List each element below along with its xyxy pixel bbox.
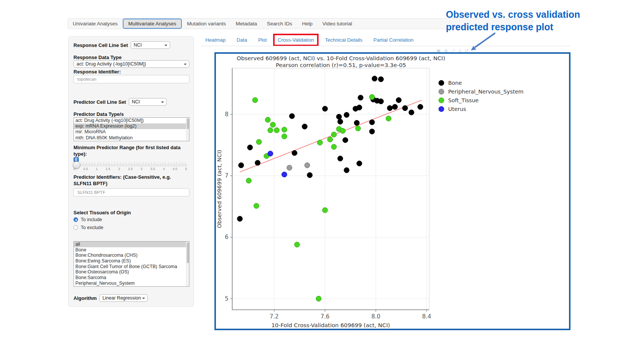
data-point-soft_tissue	[282, 127, 287, 132]
data-point-bone	[292, 150, 297, 156]
data-point-bone	[338, 119, 343, 124]
legend-item-soft_tissue[interactable]: Soft_Tissue	[439, 97, 479, 103]
radio-option-to-include[interactable]: To include	[73, 217, 189, 222]
tab-partial-correlation[interactable]: Partial Correlation	[373, 36, 414, 44]
legend-item-uterus[interactable]: Uterus	[439, 106, 466, 112]
data-point-soft_tissue	[317, 140, 322, 145]
slider-tick-labels: 00.511.522.533.544.55	[73, 167, 187, 171]
algorithm-select[interactable]: Linear Regression	[99, 294, 148, 302]
response-cell-line-set-row: Response Cell Line Set NCI	[73, 41, 189, 49]
radio-label: To exclude	[81, 225, 103, 230]
slider-tick-label: 0.5	[83, 167, 88, 171]
slider-tick-label: 0	[73, 167, 75, 171]
list-item[interactable]: Bone:Ewing Sarcoma (ES)	[74, 258, 189, 264]
data-point-bone	[387, 106, 392, 111]
data-point-bone	[344, 167, 349, 173]
tab-cross-validation[interactable]: Cross-Validation	[277, 36, 315, 44]
nav-tab-video-tutorial[interactable]: Video tutorial	[317, 19, 357, 29]
predictor-identifiers-input[interactable]: SLFN11 BPTF	[73, 188, 189, 197]
data-point-uterus	[268, 151, 273, 156]
tab-data[interactable]: Data	[236, 36, 248, 44]
data-point-soft_tissue	[327, 137, 333, 142]
scrollbar[interactable]	[186, 242, 189, 286]
predictor-data-types-listbox[interactable]: act: Drug Activity (-log10[IC50M])exp: m…	[73, 117, 189, 141]
list-item[interactable]: Bone:Chondrosarcoma (CHS)	[74, 253, 189, 258]
tissue-listbox[interactable]: allBoneBone:Chondrosarcoma (CHS)Bone:Ewi…	[73, 241, 189, 287]
list-item[interactable]: mir: MicroRNA	[74, 129, 189, 135]
scrollbar[interactable]	[186, 118, 189, 141]
data-point-soft_tissue	[256, 139, 261, 145]
data-point-soft_tissue	[270, 122, 275, 127]
response-cell-line-set-select[interactable]: NCI	[131, 41, 170, 49]
list-item[interactable]: mth: DNA 850K Methylation	[74, 135, 189, 141]
data-point-bone	[247, 145, 253, 150]
data-point-bone	[354, 120, 360, 125]
list-item[interactable]: act: Drug Activity (-log10[IC50M])	[74, 118, 189, 123]
x-tick-label: 8.0	[371, 313, 380, 320]
list-item[interactable]: Bone:Sarcoma	[74, 275, 189, 281]
algorithm-label: Algorithm	[73, 295, 97, 301]
list-item[interactable]: Bone:Osteosarcoma (OS)	[74, 269, 189, 275]
chart-title: Observed 609699 (act, NCI) vs. 10-Fold C…	[237, 55, 445, 61]
legend-item-bone[interactable]: Bone	[439, 80, 462, 86]
highlight-red-frame	[273, 34, 319, 46]
data-point-bone	[338, 156, 343, 161]
data-point-bone	[396, 97, 401, 103]
data-point-bone	[358, 95, 363, 100]
data-point-soft_tissue	[331, 132, 336, 137]
response-data-type-label: Response Data Type	[73, 54, 189, 61]
tab-plot[interactable]: Plot	[257, 36, 267, 44]
annotation-line2: predicted response plot	[446, 21, 580, 33]
list-item[interactable]: Peripheral_Nervous_System	[74, 281, 189, 286]
nav-tab-search-ids[interactable]: Search IDs	[262, 19, 297, 29]
slider-track[interactable]	[73, 164, 187, 166]
data-point-soft_tissue	[254, 203, 259, 209]
data-point-soft_tissue	[369, 94, 375, 100]
radio-button[interactable]	[73, 225, 78, 230]
tab-technical-details[interactable]: Technical Details	[324, 36, 363, 44]
nav-tab-multivariate-analyses[interactable]: Multivariate Analyses	[123, 19, 182, 29]
chart-subtitle: Pearson correlation (r)=0.51, p-value=3.…	[276, 62, 406, 68]
data-point-bone	[378, 76, 384, 82]
data-point-bone	[378, 99, 384, 104]
slider-tick-label: 5	[185, 167, 187, 171]
list-item[interactable]: exp: mRNA Expression (log2)	[74, 123, 189, 129]
regression-line	[240, 100, 422, 172]
response-data-type-select[interactable]: act: Drug Activity (-log10[IC50M])	[73, 60, 189, 68]
data-point-bone	[238, 162, 244, 168]
data-point-soft_tissue	[294, 242, 300, 247]
sidebar-panel: Response Cell Line Set NCI Response Data…	[68, 36, 194, 307]
y-tick-label: 5	[225, 295, 228, 302]
slider-ticks	[75, 162, 186, 164]
data-point-bone	[289, 114, 295, 119]
legend-item-peripheral_nervous_system[interactable]: Peripheral_Nervous_System	[439, 89, 524, 95]
list-item[interactable]: all	[74, 242, 189, 247]
data-point-bone	[418, 104, 423, 109]
data-point-soft_tissue	[282, 134, 287, 139]
nav-tab-univariate-analyses[interactable]: Univariate Analyses	[68, 19, 123, 29]
slider-tick-label: 2.5	[128, 167, 133, 171]
data-point-soft_tissue	[322, 208, 328, 213]
list-item[interactable]: Bone:Giant Cell Tumor of Bone (GCTB) Sar…	[74, 264, 189, 270]
tabs-separator	[201, 46, 571, 46]
plot-border	[232, 68, 429, 310]
y-tick-label: 8	[225, 111, 228, 118]
nav-tab-metadata[interactable]: Metadata	[231, 19, 262, 29]
annotation-arrow-icon	[468, 31, 499, 54]
list-item[interactable]: Bone	[74, 247, 189, 253]
cross-validation-plot-frame: 7.27.68.08.45678Observed 609699 (act, NC…	[214, 52, 571, 330]
data-point-peripheral_nervous_system	[287, 165, 292, 170]
radio-option-to-exclude[interactable]: To exclude	[73, 225, 189, 230]
result-tabs: HeatmapDataPlotCross-ValidationTechnical…	[205, 34, 414, 46]
nav-tab-mutation-variants[interactable]: Mutation variants	[182, 19, 231, 29]
data-point-soft_tissue	[355, 126, 361, 131]
y-tick-label: 6	[225, 234, 228, 240]
radio-button[interactable]	[73, 217, 78, 222]
tab-heatmap[interactable]: Heatmap	[205, 36, 227, 44]
data-point-soft_tissue	[265, 117, 270, 122]
predictor-cell-line-set-select[interactable]: NCI	[129, 98, 167, 106]
response-identifier-input[interactable]: topotecan	[73, 75, 189, 83]
nav-tab-help[interactable]: Help	[297, 19, 317, 29]
data-point-bone	[356, 105, 362, 110]
svg-text:Bone: Bone	[448, 80, 462, 86]
